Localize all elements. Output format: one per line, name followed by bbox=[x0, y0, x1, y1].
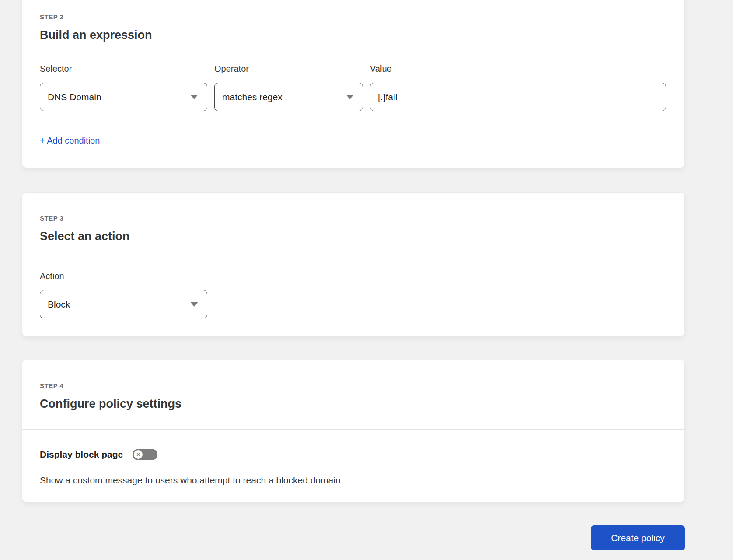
chevron-down-icon bbox=[346, 94, 354, 99]
value-label: Value bbox=[370, 64, 666, 74]
operator-field: Operator matches regex bbox=[214, 64, 363, 111]
display-block-page-description: Show a custom message to users who attem… bbox=[40, 475, 666, 486]
operator-value: matches regex bbox=[222, 92, 283, 102]
step-4-title: Configure policy settings bbox=[40, 397, 666, 411]
selector-value: DNS Domain bbox=[48, 92, 101, 102]
toggle-knob: ✕ bbox=[134, 450, 143, 459]
add-condition-link[interactable]: + Add condition bbox=[40, 136, 100, 146]
selector-label: Selector bbox=[40, 64, 207, 74]
expression-fields-row: Selector DNS Domain Operator matches reg… bbox=[40, 64, 666, 111]
toggle-off-icon: ✕ bbox=[136, 452, 140, 457]
step-3-label: STEP 3 bbox=[40, 214, 666, 222]
step-2-label: STEP 2 bbox=[40, 13, 666, 21]
chevron-down-icon bbox=[190, 302, 198, 307]
selector-dropdown[interactable]: DNS Domain bbox=[40, 83, 207, 111]
step-2-card: STEP 2 Build an expression Selector DNS … bbox=[22, 0, 685, 168]
step-4-header: STEP 4 Configure policy settings bbox=[22, 382, 684, 411]
create-policy-button[interactable]: Create policy bbox=[591, 525, 685, 550]
action-dropdown[interactable]: Block bbox=[40, 290, 207, 318]
policy-settings-section: Display block page ✕ Show a custom messa… bbox=[22, 449, 684, 486]
value-field: Value bbox=[370, 64, 666, 111]
operator-label: Operator bbox=[214, 64, 363, 74]
step-4-card: STEP 4 Configure policy settings Display… bbox=[22, 360, 685, 502]
action-label: Action bbox=[40, 271, 207, 281]
display-block-page-label: Display block page bbox=[40, 449, 123, 460]
chevron-down-icon bbox=[190, 94, 198, 99]
selector-field: Selector DNS Domain bbox=[40, 64, 207, 111]
step-3-card: STEP 3 Select an action Action Block bbox=[22, 192, 685, 336]
step-2-title: Build an expression bbox=[40, 28, 666, 42]
value-input[interactable] bbox=[370, 83, 666, 111]
display-block-page-row: Display block page ✕ bbox=[40, 449, 666, 460]
footer-actions: Create policy bbox=[22, 525, 685, 550]
display-block-page-toggle[interactable]: ✕ bbox=[133, 449, 157, 460]
policy-builder-content: STEP 2 Build an expression Selector DNS … bbox=[22, 0, 685, 550]
step-4-label: STEP 4 bbox=[40, 382, 666, 390]
operator-dropdown[interactable]: matches regex bbox=[214, 83, 363, 111]
policy-builder-page: STEP 2 Build an expression Selector DNS … bbox=[0, 0, 733, 560]
step-3-title: Select an action bbox=[40, 229, 666, 243]
action-value: Block bbox=[48, 299, 70, 310]
action-field: Action Block bbox=[40, 271, 207, 318]
divider bbox=[22, 429, 684, 430]
